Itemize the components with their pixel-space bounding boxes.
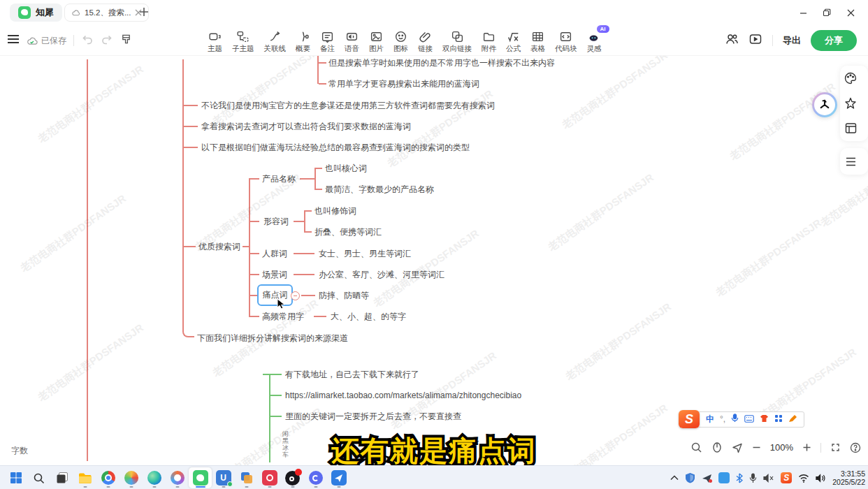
sogou-tray-icon[interactable]: S (781, 472, 792, 483)
start-button[interactable] (4, 467, 27, 488)
browser-360-icon[interactable] (120, 467, 143, 488)
video-tutorial-icon[interactable] (748, 33, 762, 48)
mindmap-node[interactable]: 优质搜索词 (198, 241, 240, 253)
edge-icon[interactable] (143, 467, 166, 488)
keyboard-icon[interactable] (744, 413, 754, 425)
tool-voice[interactable]: 语音 (340, 25, 364, 56)
restore-button[interactable] (815, 3, 839, 22)
task-view-icon[interactable] (50, 467, 73, 488)
tool-code-block[interactable]: 代码块 (550, 25, 582, 56)
minimize-button[interactable] (791, 3, 815, 22)
mindmap-node[interactable]: 不论我们是使用淘宝官方的生意参谋还是使用第三方软件查词都需要先有搜索词 (201, 100, 495, 112)
toolbox-grid-icon[interactable] (774, 413, 783, 425)
menu-icon[interactable] (7, 34, 20, 47)
redo-icon[interactable] (101, 34, 113, 48)
zhixi-app-icon[interactable] (189, 467, 212, 488)
mindmap-node[interactable]: 拿着搜索词去查词才可以查出符合我们要求数据的蓝海词 (201, 121, 411, 133)
mindmap-canvas[interactable]: 老范电商社群PDSFANSJR 老范电商社群PDSFANSJR 老范电商社群PD… (0, 56, 868, 465)
mindmap-node[interactable]: 也叫核心词 (325, 163, 367, 175)
format-painter-icon[interactable] (120, 34, 132, 48)
mindmap-node-url[interactable]: https://alimarket.taobao.com/markets/ali… (285, 391, 521, 400)
mindmap-node[interactable]: 最简洁、字数最少的产品名称 (325, 184, 434, 196)
browser-ring-icon[interactable] (166, 467, 189, 488)
taskbar-clock[interactable]: 3:31:55 2025/5/22 (832, 469, 865, 486)
volume-icon[interactable] (816, 474, 826, 483)
mindmap-node[interactable]: 大、小、超、的等字 (331, 311, 406, 323)
docs-app-icon[interactable] (235, 467, 258, 488)
mindmap-node[interactable]: 场景词 (262, 269, 287, 281)
tool-image[interactable]: 图片 (364, 25, 389, 56)
handwriting-brush-icon[interactable] (788, 413, 797, 425)
audio-device-icon[interactable] (763, 474, 774, 483)
tool-topic[interactable]: 主题 (203, 25, 227, 56)
microphone-tray-icon[interactable] (749, 473, 757, 483)
export-button[interactable]: 导出 (783, 34, 801, 47)
mindmap-node[interactable]: 也叫修饰词 (314, 205, 356, 217)
tool-formula[interactable]: 公式 (501, 25, 526, 56)
wifi-icon[interactable] (798, 474, 809, 483)
tool-subtopic[interactable]: 子主题 (227, 25, 259, 56)
telegram-tray-icon[interactable] (702, 473, 712, 483)
mindmap-node[interactable]: 常用单字才更容易搜索出来能用的蓝海词 (328, 78, 479, 90)
sogou-logo-icon[interactable]: S (679, 410, 700, 428)
tool-relation-line[interactable]: 关联线 (259, 25, 291, 56)
branch-line (87, 59, 88, 461)
close-button[interactable] (839, 3, 862, 22)
document-tab[interactable]: 15.2、搜索... (64, 3, 149, 22)
mindmap-node[interactable]: 以下是根据咱们做蓝海玩法经验总结的最容易查到蓝海词的搜索词的类型 (201, 142, 470, 154)
mindmap-node[interactable]: 里面的关键词一定要拆开之后去查，不要直接查 (285, 411, 461, 423)
branch-line (305, 231, 312, 233)
mindmap-node-selected[interactable]: 痛点词 (257, 284, 293, 306)
undo-icon[interactable] (81, 34, 94, 48)
tool-icon-marker[interactable]: 图标 (389, 25, 413, 56)
tool-link[interactable]: 链接 (413, 25, 437, 56)
chat-check-tray-icon[interactable] (718, 472, 730, 483)
tray-expand-icon[interactable] (670, 475, 679, 481)
app-circle-c-icon[interactable] (304, 467, 327, 488)
share-button[interactable]: 分享 (811, 30, 857, 51)
mindmap-node[interactable]: 高频常用字 (262, 311, 304, 323)
watermark: 老范电商社群PDSFANSJR (546, 171, 656, 254)
collaborate-icon[interactable] (725, 33, 739, 48)
mindmap-node[interactable]: 形容词 (263, 216, 289, 228)
tool-bidirectional-link[interactable]: 双向链接 (437, 25, 477, 56)
mindmap-node[interactable]: 人群词 (262, 248, 287, 260)
window-controls (791, 0, 862, 25)
collapse-toggle[interactable] (291, 291, 300, 300)
mindmap-node[interactable]: 女士、男士、男生等词汇 (319, 248, 411, 260)
mindmap-node[interactable]: 有下载地址，自己去下载下来就行了 (285, 369, 419, 381)
chrome-icon[interactable] (96, 467, 120, 488)
mindmap-node[interactable]: 下面我们详细拆分讲解搜索词的来源渠道 (197, 333, 348, 344)
outline-list-icon[interactable] (843, 154, 858, 169)
skin-icon[interactable] (760, 413, 769, 425)
tool-inspiration[interactable]: AI 灵感 (582, 25, 607, 56)
theme-palette-icon[interactable] (843, 71, 858, 86)
mindmap-node[interactable]: 办公室、客厅、沙滩、河里等词汇 (319, 269, 444, 281)
taskbar-search-icon[interactable] (27, 467, 50, 488)
tool-table[interactable]: 表格 (526, 25, 550, 56)
mindmap-node[interactable]: 折叠、便携等词汇 (314, 226, 382, 238)
security-shield-icon[interactable] (685, 472, 695, 483)
app-u-icon[interactable]: U (212, 467, 235, 488)
mindmap-node[interactable]: 产品名称 (262, 173, 296, 185)
app-plane-icon[interactable] (327, 467, 350, 488)
branch-line (184, 126, 198, 127)
mindmap-node[interactable]: 防摔、防晒等 (319, 290, 369, 302)
chinese-mode-icon[interactable]: 中 (706, 415, 714, 423)
app-home-button[interactable]: 知犀 (10, 3, 62, 22)
app-red-icon[interactable] (258, 467, 281, 488)
tool-attachment[interactable]: 附件 (477, 25, 501, 56)
tool-summary[interactable]: 概要 (291, 25, 315, 56)
obs-recording-icon[interactable] (281, 467, 304, 488)
bluetooth-icon[interactable] (736, 473, 743, 483)
tool-note[interactable]: 备注 (315, 25, 340, 56)
new-tab-button[interactable] (138, 6, 150, 17)
ai-assistant-button[interactable] (812, 92, 837, 117)
voice-input-icon[interactable] (731, 413, 739, 425)
file-explorer-icon[interactable] (73, 467, 96, 488)
sogou-input-bar[interactable]: S 中 °, (679, 410, 804, 428)
punctuation-icon[interactable]: °, (720, 415, 725, 423)
layout-panel-icon[interactable] (843, 120, 858, 136)
mindmap-node[interactable]: 但是搜索单字时如果使用的是不常用字也一样搜索不出来内容 (328, 57, 555, 69)
magic-star-icon[interactable] (843, 96, 858, 111)
